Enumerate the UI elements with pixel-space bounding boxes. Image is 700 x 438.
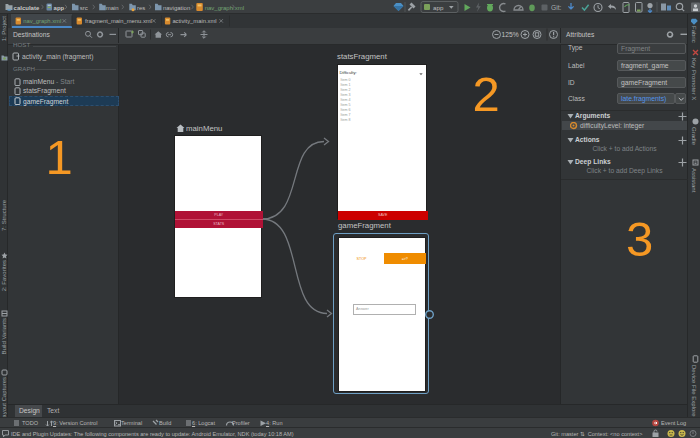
svg-text:app: app	[433, 4, 444, 11]
